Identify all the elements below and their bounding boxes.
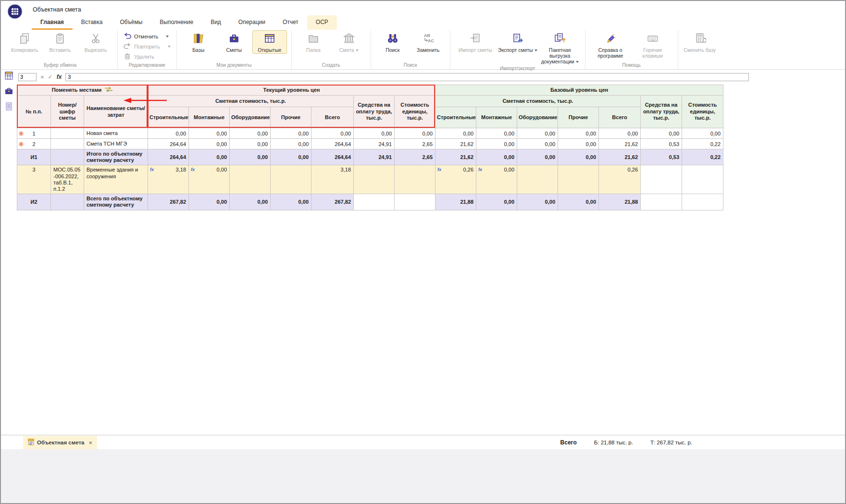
- cell-value[interactable]: 0,00: [599, 128, 641, 139]
- create-estimate-dropdown-icon[interactable]: [356, 49, 359, 51]
- paste-button[interactable]: Вставить: [43, 30, 77, 54]
- cell-row-number[interactable]: И2: [17, 194, 51, 210]
- rail-document-icon[interactable]: [5, 102, 13, 112]
- tab-vstavka[interactable]: Вставка: [73, 15, 112, 30]
- replace-button[interactable]: ABAC Заменить: [411, 30, 446, 54]
- import-estimate-button[interactable]: Импорт сметы: [455, 30, 496, 54]
- cell-value[interactable]: 24,91: [354, 149, 395, 165]
- document-tab[interactable]: Объектная смета ×: [23, 436, 97, 449]
- formula-input[interactable]: [65, 73, 749, 81]
- cell-value[interactable]: 264,64: [148, 149, 189, 165]
- cell-value[interactable]: 0,00: [476, 139, 517, 149]
- cell-value[interactable]: 264,64: [311, 139, 354, 149]
- batch-dropdown-icon[interactable]: [576, 61, 579, 63]
- cell-value[interactable]: 21,62: [435, 149, 476, 165]
- cell-value[interactable]: fx3,18: [148, 165, 189, 194]
- cell-value[interactable]: 21,88: [599, 194, 641, 210]
- cell-estimate-name[interactable]: Итого по объектному сметному расчету: [84, 149, 148, 165]
- undo-button[interactable]: Отменить: [122, 32, 172, 41]
- tab-glavnaya[interactable]: Главная: [32, 15, 73, 30]
- cell-value[interactable]: 0,00: [189, 149, 230, 165]
- cell-value[interactable]: [354, 165, 395, 194]
- cell-value[interactable]: 0,00: [395, 128, 435, 139]
- cell-value[interactable]: 0,00: [354, 128, 395, 139]
- cell-value[interactable]: 21,62: [599, 149, 641, 165]
- cell-row-number[interactable]: 1: [17, 128, 51, 139]
- cell-value[interactable]: 0,00: [311, 128, 354, 139]
- redo-button[interactable]: Повторить: [122, 42, 172, 51]
- cell-value[interactable]: 3,18: [311, 165, 354, 194]
- cell-value[interactable]: 0,00: [271, 149, 311, 165]
- cell-value[interactable]: 21,62: [435, 139, 476, 149]
- cell-value[interactable]: 0,00: [476, 128, 517, 139]
- cell-row-number[interactable]: 2: [17, 139, 51, 149]
- cell-value[interactable]: 0,00: [189, 128, 230, 139]
- tab-obyomy[interactable]: Объёмы: [111, 15, 151, 30]
- cell-reference-input[interactable]: [18, 73, 37, 81]
- cell-value[interactable]: 0,00: [558, 128, 599, 139]
- cell-value[interactable]: 0,00: [435, 128, 476, 139]
- tab-operacii[interactable]: Операции: [230, 15, 274, 30]
- cell-value[interactable]: 0,00: [189, 139, 230, 149]
- cell-value[interactable]: [641, 194, 682, 210]
- cell-value[interactable]: 0,22: [682, 149, 723, 165]
- cell-value[interactable]: 0,00: [230, 139, 271, 149]
- cell-value[interactable]: 0,00: [517, 128, 558, 139]
- cell-value[interactable]: [641, 165, 682, 194]
- tab-otchet[interactable]: Отчет: [274, 15, 307, 30]
- cell-value[interactable]: 0,00: [148, 128, 189, 139]
- cell-value[interactable]: [230, 165, 271, 194]
- cell-value[interactable]: 0,00: [517, 194, 558, 210]
- cell-value[interactable]: [558, 165, 599, 194]
- tab-osr[interactable]: ОСР: [307, 15, 337, 30]
- batch-upload-button[interactable]: Пакетная выгрузка документации: [539, 30, 581, 65]
- cell-value[interactable]: 0,00: [517, 149, 558, 165]
- cell-value[interactable]: 264,64: [148, 139, 189, 149]
- cell-value[interactable]: 0,00: [641, 128, 682, 139]
- cell-value[interactable]: [271, 165, 311, 194]
- cell-value[interactable]: 0,00: [271, 194, 311, 210]
- cell-estimate-code[interactable]: [51, 139, 84, 149]
- cell-value[interactable]: fx0,26: [435, 165, 476, 194]
- cell-value[interactable]: [682, 194, 723, 210]
- estimates-button[interactable]: Сметы: [217, 30, 251, 54]
- cell-estimate-name[interactable]: Всего по объектному сметному расчету: [84, 194, 148, 210]
- cell-value[interactable]: 2,65: [395, 149, 435, 165]
- cell-value[interactable]: 0,00: [558, 194, 599, 210]
- cell-estimate-code[interactable]: МОС.05.05-006.2022, таб.В.1, п.1.2: [51, 165, 84, 194]
- about-help-button[interactable]: Справка о программе: [590, 30, 631, 60]
- cell-value[interactable]: 0,00: [230, 194, 271, 210]
- cell-value[interactable]: 0,26: [599, 165, 641, 194]
- cell-estimate-name[interactable]: Временные здания и сооружения: [84, 165, 148, 194]
- tab-vid[interactable]: Вид: [202, 15, 230, 30]
- cell-value[interactable]: 0,22: [682, 139, 723, 149]
- hotkeys-button[interactable]: Горячие клавиши: [632, 30, 673, 60]
- cell-value[interactable]: 0,53: [641, 149, 682, 165]
- cut-button[interactable]: Вырезать: [78, 30, 113, 54]
- cell-value[interactable]: 0,00: [271, 139, 311, 149]
- cell-value[interactable]: 267,82: [148, 194, 189, 210]
- cell-value[interactable]: 24,91: [354, 139, 395, 149]
- cell-value[interactable]: 0,00: [558, 149, 599, 165]
- cell-estimate-code[interactable]: [51, 128, 84, 139]
- search-button[interactable]: Поиск: [375, 30, 410, 54]
- cell-value[interactable]: [354, 194, 395, 210]
- cell-value[interactable]: 0,00: [558, 139, 599, 149]
- redo-dropdown-icon[interactable]: [168, 46, 171, 48]
- cell-value[interactable]: 0,00: [476, 194, 517, 210]
- cell-value[interactable]: 21,88: [435, 194, 476, 210]
- bases-button[interactable]: Базы: [181, 30, 216, 54]
- cell-estimate-code[interactable]: [51, 194, 84, 210]
- cell-value[interactable]: 0,53: [641, 139, 682, 149]
- rail-estimates-icon[interactable]: [5, 87, 13, 97]
- create-folder-button[interactable]: Папка: [296, 30, 331, 54]
- cell-value[interactable]: 267,82: [311, 194, 354, 210]
- cell-value[interactable]: 21,62: [599, 139, 641, 149]
- formula-confirm-button[interactable]: ✓: [48, 74, 53, 80]
- cell-value[interactable]: 0,00: [682, 128, 723, 139]
- cell-value[interactable]: 264,64: [311, 149, 354, 165]
- cell-value[interactable]: fx0,00: [476, 165, 517, 194]
- cell-estimate-code[interactable]: [51, 149, 84, 165]
- cell-estimate-name[interactable]: Новая смета: [84, 128, 148, 139]
- cell-value[interactable]: 0,00: [517, 139, 558, 149]
